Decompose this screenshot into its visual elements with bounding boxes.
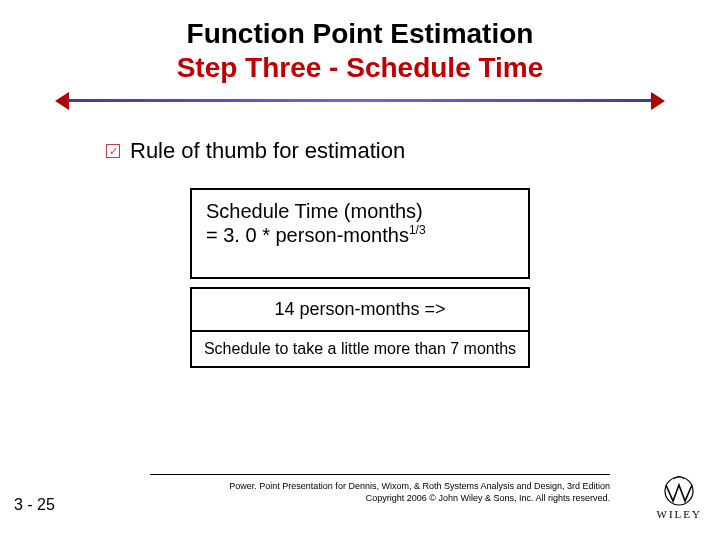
arrow-head-right-icon bbox=[651, 92, 665, 110]
formula-line2: = 3. 0 * person-months1/3 bbox=[206, 223, 514, 247]
example-box: 14 person-months => Schedule to take a l… bbox=[190, 287, 530, 368]
formula-box: Schedule Time (months) = 3. 0 * person-m… bbox=[190, 188, 530, 279]
title-block: Function Point Estimation Step Three - S… bbox=[0, 0, 720, 84]
wiley-logo-icon bbox=[660, 475, 698, 507]
bullet-row: ✓ Rule of thumb for estimation bbox=[106, 138, 720, 164]
page-number: 3 - 25 bbox=[14, 496, 55, 514]
example-result: Schedule to take a little more than 7 mo… bbox=[192, 332, 528, 366]
arrow-shaft bbox=[67, 99, 653, 102]
double-arrow-divider bbox=[55, 92, 665, 110]
checkbox-bullet-icon: ✓ bbox=[106, 144, 120, 158]
footer-line1: Power. Point Presentation for Dennis, Wi… bbox=[150, 480, 610, 492]
formula-exponent: 1/3 bbox=[409, 223, 426, 237]
footer-text: Power. Point Presentation for Dennis, Wi… bbox=[150, 480, 610, 504]
publisher-logo: WILEY bbox=[657, 475, 702, 520]
footer: 3 - 25 Power. Point Presentation for Den… bbox=[0, 468, 720, 522]
bullet-text: Rule of thumb for estimation bbox=[130, 138, 405, 164]
title-main: Function Point Estimation bbox=[0, 18, 720, 50]
footer-line2: Copyright 2006 © John Wiley & Sons, Inc.… bbox=[150, 492, 610, 504]
example-input: 14 person-months => bbox=[192, 289, 528, 332]
title-sub: Step Three - Schedule Time bbox=[0, 52, 720, 84]
formula-prefix: = 3. 0 * person-months bbox=[206, 224, 409, 246]
formula-line1: Schedule Time (months) bbox=[206, 200, 514, 223]
logo-label: WILEY bbox=[657, 508, 702, 520]
footer-rule bbox=[150, 474, 610, 475]
